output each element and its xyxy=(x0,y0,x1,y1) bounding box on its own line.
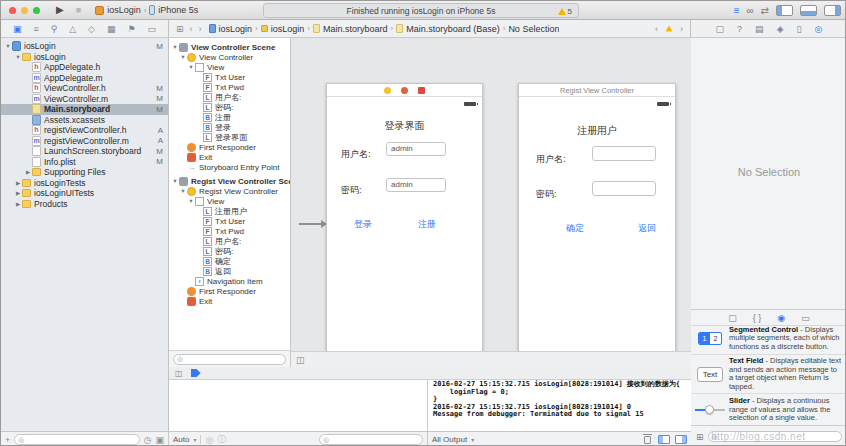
outline-row[interactable]: Exit xyxy=(169,152,290,162)
file-row[interactable]: ▶Products xyxy=(1,199,168,210)
file-row[interactable]: Assets.xcassets xyxy=(1,115,168,126)
variables-scope-selector[interactable]: Auto xyxy=(173,435,189,444)
outline-row[interactable]: L用户名: xyxy=(169,92,290,102)
login-button[interactable]: 登录 xyxy=(354,218,372,231)
file-row[interactable]: LaunchScreen.storyboardM xyxy=(1,146,168,157)
test-navigator-icon[interactable]: ◇ xyxy=(88,24,95,34)
outline-row[interactable]: First Responder xyxy=(169,142,290,152)
file-row[interactable]: hViewController.hM xyxy=(1,83,168,94)
run-button[interactable]: ▶ xyxy=(56,5,64,15)
search-navigator-icon[interactable]: ⚲ xyxy=(51,24,58,34)
identity-inspector-icon[interactable]: ▤ xyxy=(755,24,764,34)
outline-row[interactable]: B确定 xyxy=(169,256,290,266)
hide-debug-area-icon[interactable]: ◫ xyxy=(175,369,183,378)
breadcrumb-item[interactable]: iosLogin xyxy=(261,24,305,34)
library-filter-field[interactable]: ◎ xyxy=(708,431,842,442)
outline-row[interactable]: ▼Regist View Controller Scene xyxy=(169,176,290,186)
navigator-filter-field[interactable]: ◎ xyxy=(14,434,139,445)
exit-icon[interactable] xyxy=(418,87,425,94)
disclosure-triangle[interactable]: ▼ xyxy=(14,54,22,60)
minimize-window-button[interactable] xyxy=(21,7,28,14)
disclosure-triangle[interactable]: ▼ xyxy=(179,54,187,60)
outline-row[interactable]: FTxt Pwd xyxy=(169,82,290,92)
storyboard-entry-point-arrow[interactable] xyxy=(299,223,321,225)
attributes-inspector-icon[interactable]: ◈ xyxy=(777,24,784,34)
first-responder-icon[interactable] xyxy=(401,87,408,94)
standard-editor-button[interactable]: ≡ xyxy=(734,5,740,16)
outline-row[interactable]: L登录界面 xyxy=(169,132,290,142)
outline-row[interactable]: FTxt Pwd xyxy=(169,226,290,236)
breadcrumb-item[interactable]: iosLogin xyxy=(209,24,253,34)
breadcrumb-item[interactable]: Main.storyboard (Base) xyxy=(396,24,500,34)
disclosure-triangle[interactable]: ▶ xyxy=(14,180,22,186)
storyboard-canvas[interactable]: 登录界面 用户名: admin 密码: admin 登录 注册 Regist V… xyxy=(291,38,691,367)
variables-filter-field[interactable]: ◎ xyxy=(319,434,423,445)
debug-navigator-icon[interactable]: ▦ xyxy=(107,24,116,34)
disclosure-triangle[interactable]: ▼ xyxy=(171,44,179,50)
disclosure-triangle[interactable]: ▼ xyxy=(179,188,187,194)
password-field[interactable]: admin xyxy=(386,178,446,192)
outline-row[interactable]: Exit xyxy=(169,296,290,306)
outline-row[interactable]: L注册用户 xyxy=(169,206,290,216)
outline-row[interactable]: ▼Regist View Controller xyxy=(169,186,290,196)
related-items-icon[interactable]: ⊞ xyxy=(176,24,184,34)
outline-row[interactable]: L密码: xyxy=(169,246,290,256)
filter-icon[interactable]: ◎ xyxy=(205,435,213,445)
breakpoint-navigator-icon[interactable]: ⚑ xyxy=(127,24,135,34)
outline-row[interactable]: FTxt User xyxy=(169,216,290,226)
media-library-icon[interactable]: ▭ xyxy=(801,313,810,323)
library-item[interactable]: TextText Field - Displays editable text … xyxy=(691,355,846,394)
confirm-button[interactable]: 确定 xyxy=(566,222,584,235)
file-row[interactable]: ▼iosLogin xyxy=(1,52,168,63)
file-row[interactable]: Main.storyboardM xyxy=(1,104,168,115)
breadcrumb-item[interactable]: No Selection xyxy=(508,24,559,34)
outline-row[interactable]: →Storyboard Entry Point xyxy=(169,162,290,172)
outline-row[interactable]: B注册 xyxy=(169,112,290,122)
add-file-button[interactable]: + xyxy=(5,435,10,445)
variables-view[interactable] xyxy=(169,380,428,431)
regist-screen-title[interactable]: 注册用户 xyxy=(519,124,675,138)
outline-row[interactable]: ▼View Controller xyxy=(169,52,290,62)
info-icon[interactable]: ⓘ xyxy=(217,433,226,446)
library-grid-view-icon[interactable]: ⊞ xyxy=(696,432,704,442)
regist-view-controller[interactable]: Regist View Controller 注册用户 用户名: 密码: 确定 … xyxy=(518,83,676,353)
disclosure-triangle[interactable]: ▼ xyxy=(171,178,179,184)
toggle-utilities-button[interactable] xyxy=(824,5,841,16)
outline-row[interactable]: B登录 xyxy=(169,122,290,132)
outline-row[interactable]: ▼View Controller Scene xyxy=(169,42,290,52)
next-issue-button[interactable]: › xyxy=(680,24,683,34)
outline-row[interactable]: ▼View xyxy=(169,196,290,206)
file-inspector-icon[interactable]: ▢ xyxy=(716,24,725,34)
back-button[interactable]: 返回 xyxy=(638,222,656,235)
outline-filter-field[interactable]: ◎ xyxy=(173,354,286,365)
disclosure-triangle[interactable]: ▼ xyxy=(187,198,195,204)
password-label[interactable]: 密码: xyxy=(536,188,557,201)
file-row[interactable]: ▼iosLoginM xyxy=(1,41,168,52)
connections-inspector-icon[interactable]: ◎ xyxy=(815,24,823,34)
username-field[interactable]: admin xyxy=(386,142,446,156)
file-row[interactable]: hregistViewController.hA xyxy=(1,125,168,136)
disclosure-triangle[interactable]: ▶ xyxy=(14,190,22,196)
assistant-editor-button[interactable]: ∞ xyxy=(746,5,753,16)
back-button[interactable]: ‹ xyxy=(190,24,193,34)
toggle-debug-area-button[interactable] xyxy=(800,5,817,16)
outline-row[interactable]: First Responder xyxy=(169,286,290,296)
zoom-window-button[interactable] xyxy=(33,7,40,14)
show-console-view-icon[interactable] xyxy=(675,435,687,444)
login-view-controller[interactable]: 登录界面 用户名: admin 密码: admin 登录 注册 xyxy=(326,83,483,353)
login-screen-title[interactable]: 登录界面 xyxy=(327,119,482,133)
show-variables-view-icon[interactable] xyxy=(658,435,670,444)
issues-badge[interactable]: 5 xyxy=(558,7,572,16)
outline-row[interactable]: ▼View xyxy=(169,62,290,72)
username-field[interactable] xyxy=(592,146,656,161)
file-row[interactable]: ▶Supporting Files xyxy=(1,167,168,178)
toggle-outline-icon[interactable]: ◫ xyxy=(296,355,305,365)
stop-button[interactable]: ■ xyxy=(76,5,81,15)
size-inspector-icon[interactable]: ▯ xyxy=(797,24,802,34)
login-vc-header[interactable] xyxy=(327,84,482,97)
console-output-selector[interactable]: All Output xyxy=(432,435,467,444)
outline-row[interactable]: L密码: xyxy=(169,102,290,112)
report-navigator-icon[interactable]: ▭ xyxy=(147,24,156,34)
file-row[interactable]: hAppDelegate.h xyxy=(1,62,168,73)
file-row[interactable]: ▶iosLoginTests xyxy=(1,178,168,189)
